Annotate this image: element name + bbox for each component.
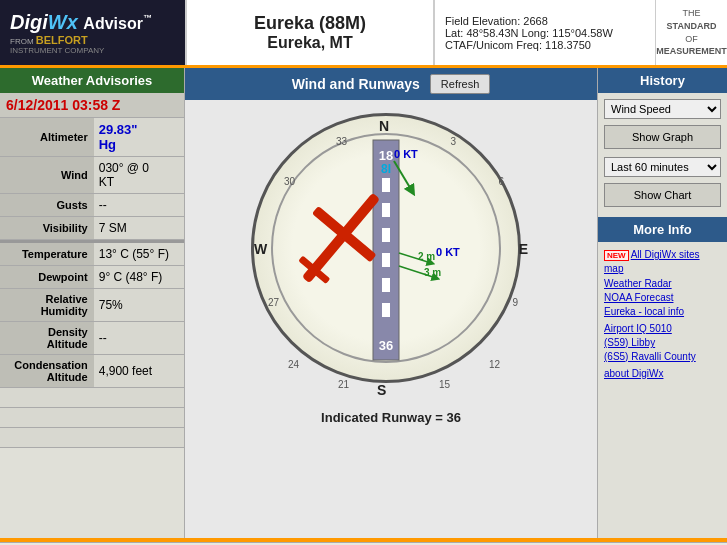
lat-long: Lat: 48°58.43N Long: 115°04.58W (445, 27, 645, 39)
runway-svg: 18 36 8I (246, 108, 536, 398)
density-row: DensityAltitude -- (0, 321, 184, 354)
right-panel: History Wind Speed Wind Direction Temper… (597, 68, 727, 538)
refresh-button[interactable]: Refresh (430, 74, 491, 94)
gusts-value: -- (94, 194, 184, 217)
condensation-value: 4,900 feet (94, 354, 184, 387)
temperature-row: Temperature 13° C (55° F) (0, 243, 184, 266)
more-info-title: More Info (598, 217, 727, 242)
condensation-label: CondensationAltitude (0, 354, 94, 387)
condensation-row: CondensationAltitude 4,900 feet (0, 354, 184, 387)
about-digiwx-link[interactable]: about DigiWx (604, 368, 721, 379)
logo-section: DigiWx Advisor™ FROM BELFORT INSTRUMENT … (0, 0, 185, 65)
wind-row: Wind 030° @ 0KT (0, 157, 184, 194)
station-location: Eureka, MT (267, 34, 352, 52)
wind-label: Wind (0, 157, 94, 194)
standard-section: THE STANDARD OF MEASUREMENT (655, 0, 727, 65)
ctaf: CTAF/Unicom Freq: 118.3750 (445, 39, 645, 51)
station-info: Eureka (88M) Eureka, MT (185, 0, 435, 65)
field-info: Field Elevation: 2668 Lat: 48°58.43N Lon… (435, 0, 655, 65)
altimeter-value: 29.83"Hg (94, 118, 184, 157)
visibility-row: Visibility 7 SM (0, 217, 184, 240)
history-content: Wind Speed Wind Direction Temperature Pr… (598, 93, 727, 217)
svg-rect-7 (382, 303, 390, 317)
humidity-label: RelativeHumidity (0, 288, 94, 321)
density-label: DensityAltitude (0, 321, 94, 354)
svg-text:8I: 8I (381, 162, 391, 176)
compass-wrap: N S E W 33 3 30 6 27 9 24 12 21 15 (246, 108, 536, 408)
svg-rect-4 (382, 228, 390, 242)
svg-text:2 m: 2 m (418, 251, 435, 262)
header: DigiWx Advisor™ FROM BELFORT INSTRUMENT … (0, 0, 727, 68)
altimeter-label: Altimeter (0, 118, 94, 157)
compass-container: N S E W 33 3 30 6 27 9 24 12 21 15 (185, 100, 597, 538)
all-digiwx-link-row: NEWAll DigiWx sites map (604, 247, 721, 275)
time-range-select[interactable]: Last 60 minutes Last 24 hours Last 7 day… (604, 157, 721, 177)
svg-rect-2 (382, 178, 390, 192)
wind-speed-select[interactable]: Wind Speed Wind Direction Temperature Pr… (604, 99, 721, 119)
altimeter-row: Altimeter 29.83"Hg (0, 118, 184, 157)
advisory-table: Altimeter 29.83"Hg Wind 030° @ 0KT Gusts… (0, 118, 184, 448)
indicated-runway: Indicated Runway = 36 (321, 410, 461, 425)
noaa-forecast-link[interactable]: NOAA Forecast (604, 292, 721, 303)
gusts-row: Gusts -- (0, 194, 184, 217)
history-title: History (598, 68, 727, 93)
new-badge: NEW (604, 250, 629, 261)
wind-runway-header: Wind and Runways Refresh (185, 68, 597, 100)
visibility-label: Visibility (0, 217, 94, 240)
temperature-value: 13° C (55° F) (94, 243, 184, 266)
humidity-row: RelativeHumidity 75% (0, 288, 184, 321)
svg-rect-3 (382, 203, 390, 217)
gusts-label: Gusts (0, 194, 94, 217)
dewpoint-label: Dewpoint (0, 265, 94, 288)
dewpoint-row: Dewpoint 9° C (48° F) (0, 265, 184, 288)
field-elevation: Field Elevation: 2668 (445, 15, 645, 27)
wind-value: 030° @ 0KT (94, 157, 184, 194)
logo-from: FROM BELFORT (10, 34, 175, 46)
show-graph-button[interactable]: Show Graph (604, 125, 721, 149)
weather-advisories-title: Weather Advisories (0, 68, 184, 93)
temperature-label: Temperature (0, 243, 94, 266)
6s5-link[interactable]: (6S5) Ravalli County (604, 351, 721, 362)
weather-radar-link[interactable]: Weather Radar (604, 278, 721, 289)
svg-text:0 KT: 0 KT (394, 148, 418, 160)
visibility-value: 7 SM (94, 217, 184, 240)
airport-iq-link[interactable]: Airport IQ 5010 (604, 323, 721, 334)
svg-text:0 KT: 0 KT (436, 246, 460, 258)
show-chart-button[interactable]: Show Chart (604, 183, 721, 207)
svg-text:18: 18 (379, 148, 393, 163)
humidity-value: 75% (94, 288, 184, 321)
dewpoint-value: 9° C (48° F) (94, 265, 184, 288)
s59-libby-link[interactable]: (S59) Libby (604, 337, 721, 348)
svg-rect-6 (382, 278, 390, 292)
center-panel: Wind and Runways Refresh N S E W 33 3 30… (185, 68, 597, 538)
density-value: -- (94, 321, 184, 354)
station-name: Eureka (88M) (254, 13, 366, 34)
left-panel: Weather Advisories 6/12/2011 03:58 Z Alt… (0, 68, 185, 538)
wind-runway-title: Wind and Runways (292, 76, 420, 92)
logo-instrument: INSTRUMENT COMPANY (10, 46, 175, 55)
date-display: 6/12/2011 03:58 Z (0, 93, 184, 118)
more-info-content: NEWAll DigiWx sites map Weather Radar NO… (598, 242, 727, 384)
svg-text:36: 36 (379, 338, 393, 353)
svg-text:3 m: 3 m (424, 267, 441, 278)
svg-rect-5 (382, 253, 390, 267)
main-content: Weather Advisories 6/12/2011 03:58 Z Alt… (0, 68, 727, 538)
logo-main: DigiWx Advisor™ (10, 11, 175, 33)
eureka-local-link[interactable]: Eureka - local info (604, 306, 721, 317)
